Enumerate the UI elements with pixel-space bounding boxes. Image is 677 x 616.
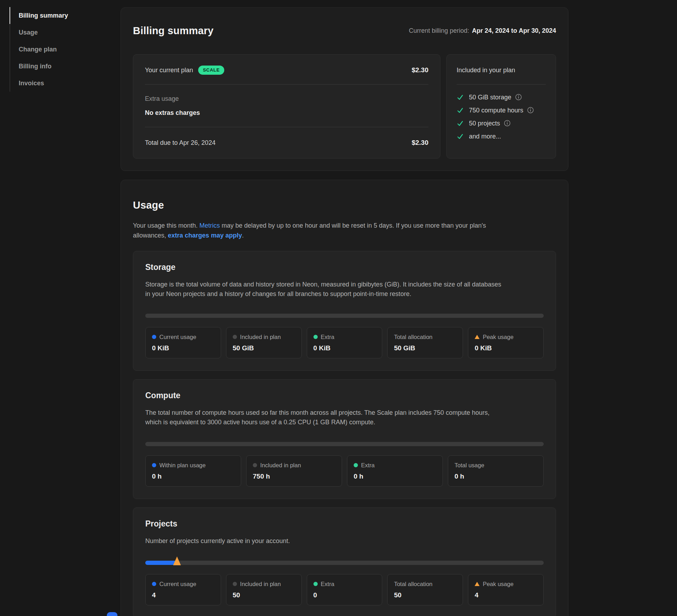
stat-label: Peak usage [483, 333, 513, 340]
checkmark-icon [457, 94, 464, 101]
compute-section-description: The total number of compute hours used s… [145, 408, 544, 427]
stat-value: 50 [394, 591, 456, 599]
included-dot-icon [233, 582, 237, 586]
billing-period-label: Current billing period: [409, 27, 469, 34]
stat-box-current-usage: Current usage 4 [145, 574, 221, 605]
usage-card: Usage Your usage this month. Metrics may… [121, 180, 568, 616]
projects-section-title: Projects [145, 519, 544, 529]
usage-intro-part: Your usage this month. [133, 222, 199, 229]
divider [145, 127, 428, 127]
within-plan-dot-icon [152, 463, 156, 467]
stat-box-total-allocation: Total allocation 50 GiB [387, 327, 463, 358]
sidebar-item-invoices[interactable]: Invoices [10, 75, 112, 92]
stat-box-included-in-plan: Included in plan 50 [226, 574, 302, 605]
compute-section-title: Compute [145, 391, 544, 400]
stat-value: 0 h [455, 473, 537, 480]
compute-section: Compute The total number of compute hour… [133, 379, 556, 499]
metrics-link[interactable]: Metrics [199, 222, 220, 229]
sidebar-item-billing-summary[interactable]: Billing summary [10, 7, 112, 24]
projects-section-description: Number of projects currently active in y… [145, 536, 544, 546]
stat-value: 50 GiB [394, 344, 456, 352]
included-item-label: 50 projects [469, 119, 500, 128]
billing-period: Current billing period:Apr 24, 2024 to A… [409, 27, 556, 35]
stat-value: 0 h [354, 473, 436, 480]
stat-value: 0 h [152, 473, 234, 480]
extra-dot-icon [313, 582, 318, 586]
stat-box-peak-usage: Peak usage 0 KiB [468, 327, 544, 358]
current-usage-dot-icon [152, 335, 156, 339]
included-dot-icon [253, 463, 257, 467]
stat-label: Current usage [159, 333, 196, 340]
extra-dot-icon [354, 463, 358, 467]
stat-value: 750 h [253, 473, 335, 480]
billing-summary-card: Billing summary Current billing period:A… [121, 7, 568, 171]
stat-value: 0 [313, 591, 376, 599]
chat-launcher-button[interactable] [107, 612, 117, 616]
extra-charges-link[interactable]: extra charges may apply [168, 232, 242, 239]
included-item-projects: 50 projects [457, 119, 546, 128]
stat-value: 0 KiB [152, 344, 214, 352]
stat-value: 4 [152, 591, 214, 599]
sidebar-item-label: Usage [19, 29, 38, 36]
stat-label: Total usage [455, 462, 484, 469]
main-content: Billing summary Current billing period:A… [121, 7, 568, 616]
stat-label: Within plan usage [159, 462, 206, 469]
stat-box-extra: Extra 0 h [347, 455, 443, 487]
stat-label: Extra [321, 580, 335, 587]
storage-section: Storage Storage is the total volume of d… [133, 251, 556, 371]
stat-value: 4 [475, 591, 537, 599]
sidebar-item-billing-info[interactable]: Billing info [10, 58, 112, 75]
peak-marker-icon [173, 556, 181, 565]
current-usage-dot-icon [152, 582, 156, 586]
included-item-compute-hours: 750 compute hours [457, 106, 546, 115]
checkmark-icon [457, 107, 464, 114]
projects-progress-bar [145, 561, 544, 565]
stat-box-peak-usage: Peak usage 4 [468, 574, 544, 605]
stat-label: Total allocation [394, 580, 432, 587]
sidebar-item-change-plan[interactable]: Change plan [10, 41, 112, 58]
stat-box-included-in-plan: Included in plan 750 h [246, 455, 342, 487]
stat-box-total-allocation: Total allocation 50 [387, 574, 463, 605]
storage-section-description: Storage is the total volume of data and … [145, 280, 544, 299]
usage-intro-part: . [242, 232, 244, 239]
stat-label: Current usage [159, 580, 196, 587]
stat-label: Extra [321, 333, 335, 340]
extra-dot-icon [313, 335, 318, 339]
stat-box-total-usage: Total usage 0 h [448, 455, 544, 487]
included-dot-icon [233, 335, 237, 339]
usage-intro-text: Your usage this month. Metrics may be de… [133, 221, 556, 240]
sidebar-item-label: Billing summary [19, 12, 68, 19]
billing-summary-title: Billing summary [133, 25, 214, 37]
sidebar-item-usage[interactable]: Usage [10, 24, 112, 41]
divider [145, 84, 428, 85]
included-item-label: and more... [469, 132, 501, 141]
plan-charge-amount: $2.30 [411, 65, 428, 75]
stat-label: Included in plan [240, 580, 281, 587]
included-in-plan-panel: Included in your plan 50 GiB storage [446, 54, 556, 159]
compute-progress-bar [145, 442, 544, 446]
info-icon[interactable] [527, 107, 534, 113]
stat-value: 50 GiB [233, 344, 295, 352]
info-icon[interactable] [504, 120, 511, 127]
billing-sidebar-nav: Billing summary Usage Change plan Billin… [10, 7, 112, 92]
current-plan-panel: Your current plan SCALE $2.30 Extra usag… [133, 54, 440, 159]
stat-label: Included in plan [260, 462, 301, 469]
storage-progress-bar [145, 314, 544, 318]
total-due-amount: $2.30 [411, 138, 428, 148]
storage-section-title: Storage [145, 263, 544, 272]
projects-progress-fill [145, 561, 177, 565]
included-item-storage: 50 GiB storage [457, 93, 546, 102]
included-item-and-more: and more... [457, 132, 546, 141]
usage-title: Usage [133, 199, 556, 211]
extra-usage-label: Extra usage [145, 94, 428, 104]
sidebar-item-label: Billing info [19, 63, 51, 70]
stat-value: 0 KiB [475, 344, 537, 352]
sidebar-item-label: Invoices [19, 80, 44, 87]
billing-summary-header: Billing summary Current billing period:A… [133, 18, 556, 44]
peak-triangle-icon [475, 582, 480, 586]
extra-usage-value: No extras charges [145, 108, 428, 118]
stat-label: Extra [361, 462, 375, 469]
stat-value: 0 KiB [313, 344, 376, 352]
stat-box-within-plan-usage: Within plan usage 0 h [145, 455, 241, 487]
info-icon[interactable] [515, 94, 522, 100]
